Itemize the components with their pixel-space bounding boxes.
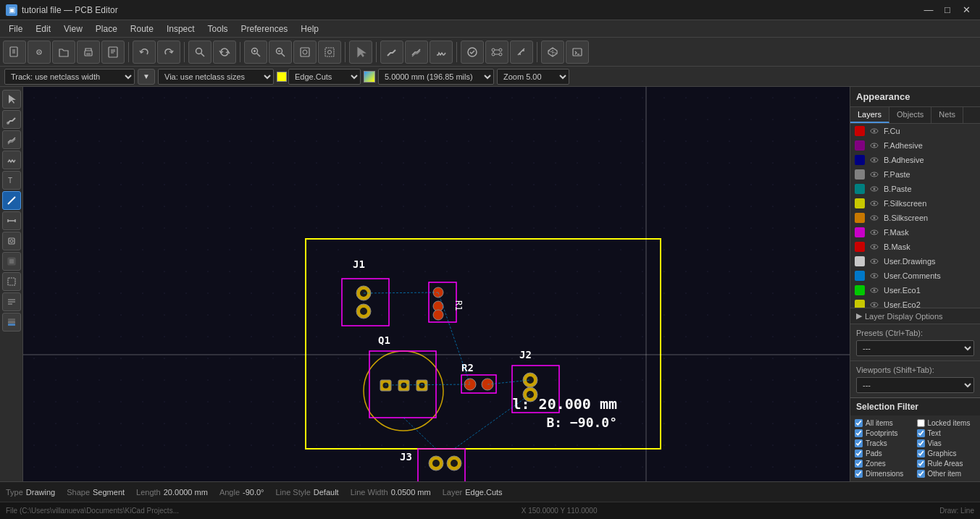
layer-visibility-user-eco1[interactable] [869,285,879,295]
presets-select[interactable]: --- [856,340,974,356]
layer-item-user-comments[interactable]: User.Comments [850,269,980,283]
scripting-tool[interactable] [2,292,21,311]
tab-objects[interactable]: Objects [889,107,931,123]
sel-checkbox-tracks[interactable] [855,439,863,447]
layer-item-f-silkscreen[interactable]: F.Silkscreen [850,196,980,211]
zoom-in-button[interactable] [244,41,267,64]
sel-checkbox-zones[interactable] [855,460,863,468]
sel-label-rule-areas: Rule Areas [928,460,963,468]
layer-display-options[interactable]: ▶ Layer Display Options [850,308,980,324]
tune-track-button[interactable] [430,41,453,64]
sel-checkbox-pads[interactable] [855,450,863,457]
sel-checkbox-vias[interactable] [917,439,925,447]
layer-item-f-mask[interactable]: F.Mask [850,225,980,240]
sel-checkbox-other-item[interactable] [917,470,925,478]
print-button[interactable] [77,41,100,64]
sel-checkbox-graphics[interactable] [917,450,925,457]
route-single-tool[interactable] [2,110,21,129]
layer-item-f-cu[interactable]: F.Cu [850,124,980,138]
layer-item-user-drawings[interactable]: User.Drawings [850,254,980,269]
new-button[interactable] [3,41,26,64]
tab-nets[interactable]: Nets [931,107,963,123]
layer-visibility-f-silkscreen[interactable] [869,198,879,208]
layer-item-b-silkscreen[interactable]: B.Silkscreen [850,211,980,225]
layer-item-user-eco1[interactable]: User.Eco1 [850,283,980,298]
cleanup-button[interactable] [510,41,533,64]
layer-visibility-b-silkscreen[interactable] [869,213,879,223]
layer-item-b-mask[interactable]: B.Mask [850,240,980,254]
track-width-button[interactable]: ▼ [138,69,155,85]
canvas-area[interactable]: J1 R1 Q1 R2 [23,87,850,481]
sel-checkbox-all-items[interactable] [855,419,863,427]
viewports-select[interactable]: --- [856,377,974,393]
layer-item-user-eco2[interactable]: User.Eco2 [850,298,980,308]
drc-button[interactable] [461,41,484,64]
sel-checkbox-text[interactable] [917,429,925,437]
minimize-button[interactable]: — [921,2,937,18]
menu-inspect[interactable]: Inspect [161,22,201,35]
layer-visibility-f-paste[interactable] [869,169,879,180]
rule-area-tool[interactable] [2,272,21,291]
layer-item-b-paste[interactable]: B.Paste [850,182,980,196]
select-tool[interactable] [2,90,21,109]
layer-item-f-adhesive[interactable]: F.Adhesive [850,138,980,153]
select-mode-button[interactable] [349,41,372,64]
undo-button[interactable] [133,41,156,64]
layer-visibility-user-drawings[interactable] [869,256,879,266]
scripting-button[interactable] [566,41,589,64]
layer-swatch-f-mask [855,227,865,237]
sel-checkbox-rule-areas[interactable] [917,460,925,468]
layer-visibility-user-comments[interactable] [869,271,879,281]
layer-item-f-paste[interactable]: F.Paste [850,167,980,182]
zoom-out-button[interactable] [269,41,292,64]
route-diff-pair-button[interactable] [405,41,428,64]
tune-length-tool[interactable] [2,151,21,169]
layer-visibility-f-cu[interactable] [869,126,879,136]
menu-route[interactable]: Route [125,22,159,35]
route-diff-tool[interactable] [2,130,21,149]
menu-tools[interactable]: Tools [202,22,234,35]
tab-layers[interactable]: Layers [850,107,889,123]
open-button[interactable] [52,41,75,64]
menu-place[interactable]: Place [90,22,123,35]
grid-select[interactable]: 5.0000 mm (196.85 mils) [378,69,494,85]
maximize-button[interactable]: □ [939,2,955,18]
via-size-select[interactable]: Via: use netclass sizes [158,69,274,85]
layer-visibility-f-adhesive[interactable] [869,140,879,151]
layer-select[interactable]: Edge.Cuts [288,69,361,85]
3d-viewer-button[interactable] [541,41,564,64]
zoom-selection-button[interactable] [318,41,341,64]
config-button[interactable] [28,41,51,64]
draw-line-tool[interactable] [2,191,21,210]
sel-checkbox-locked-items[interactable] [917,419,925,427]
menu-edit[interactable]: Edit [30,22,56,35]
sel-checkbox-footprints[interactable] [855,429,863,437]
netlist-button[interactable] [485,41,508,64]
add-text-tool[interactable]: T [2,171,21,190]
layer-visibility-f-mask[interactable] [869,227,879,237]
refresh-button[interactable] [213,41,236,64]
menu-file[interactable]: File [3,22,28,35]
layer-item-b-adhesive[interactable]: B.Adhesive [850,153,980,167]
layer-visibility-b-mask[interactable] [869,242,879,252]
sel-checkbox-dimensions[interactable] [855,470,863,478]
menu-preferences[interactable]: Preferences [235,22,294,35]
plot-button[interactable] [101,41,125,64]
menu-help[interactable]: Help [295,22,324,35]
sel-item-zones: Zones [855,459,914,468]
add-footprint-tool[interactable] [2,232,21,250]
route-tracks-button[interactable] [380,41,403,64]
zoom-fit-button[interactable] [293,41,317,64]
zoom-select[interactable]: Zoom 5.00 [497,69,569,85]
menu-view[interactable]: View [58,22,88,35]
layer-visibility-b-paste[interactable] [869,184,879,194]
measure-tool[interactable] [2,211,21,230]
layer-visibility-user-eco2[interactable] [869,300,879,308]
close-button[interactable]: ✕ [958,2,974,18]
track-width-select[interactable]: Track: use netclass width [4,69,135,85]
layer-manager-tool[interactable] [2,313,21,332]
search-button[interactable] [188,41,212,64]
layer-visibility-b-adhesive[interactable] [869,155,879,165]
add-zone-tool[interactable] [2,252,21,271]
redo-button[interactable] [157,41,180,64]
